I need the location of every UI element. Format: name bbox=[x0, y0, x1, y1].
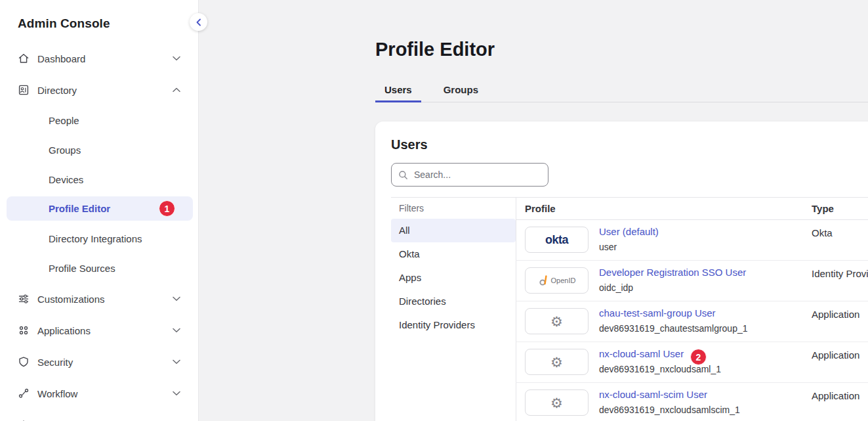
sidebar-item-label: Dashboard bbox=[37, 53, 85, 64]
profiles-table: Profile Type okta User (default) user Ok… bbox=[516, 197, 868, 421]
sidebar-item-applications[interactable]: Applications bbox=[0, 320, 198, 341]
sidebar: Admin Console Dashboard Directory People… bbox=[0, 0, 199, 421]
table-header: Profile Type bbox=[516, 197, 868, 220]
id-badge-icon bbox=[18, 84, 30, 96]
okta-logo-text: okta bbox=[545, 233, 568, 247]
profile-sub-label: dev86931619_chautestsamlgroup_1 bbox=[599, 323, 748, 334]
gear-icon: ⚙ bbox=[550, 315, 563, 328]
tab-groups[interactable]: Groups bbox=[434, 81, 487, 102]
table-row: ⚙ chau-test-saml-group User dev86931619_… bbox=[516, 301, 868, 342]
sidebar-item-devices[interactable]: Devices bbox=[0, 169, 198, 190]
admin-console-app: Admin Console Dashboard Directory People… bbox=[0, 0, 868, 421]
app-title: Admin Console bbox=[18, 16, 110, 31]
table-row: okta User (default) user Okta bbox=[516, 220, 868, 261]
card-title: Users bbox=[391, 137, 428, 152]
sidebar-item-directory[interactable]: Directory bbox=[0, 79, 198, 100]
search-input[interactable] bbox=[413, 169, 541, 181]
reports-icon bbox=[18, 418, 30, 421]
sidebar-item-security[interactable]: Security bbox=[0, 351, 198, 372]
filters-panel: Filters All Okta Apps Directories Identi… bbox=[391, 198, 516, 337]
chevron-down-icon bbox=[173, 359, 180, 365]
sidebar-item-people[interactable]: People bbox=[0, 110, 198, 131]
sidebar-item-dashboard[interactable]: Dashboard bbox=[0, 48, 198, 69]
filter-directories[interactable]: Directories bbox=[391, 290, 516, 313]
grid-icon bbox=[18, 324, 30, 336]
sidebar-item-partial[interactable] bbox=[0, 414, 198, 421]
app-logo: ⚙ bbox=[525, 349, 589, 375]
gear-icon: ⚙ bbox=[550, 396, 563, 410]
profile-type: Application bbox=[812, 390, 859, 401]
okta-logo: okta bbox=[525, 227, 589, 253]
sidebar-subitem-label: Profile Editor bbox=[49, 203, 110, 214]
openid-logo-text: OpenID bbox=[551, 277, 576, 284]
sidebar-item-groups[interactable]: Groups bbox=[0, 139, 198, 160]
search-box bbox=[391, 163, 548, 187]
workflow-icon bbox=[18, 388, 30, 399]
gear-icon: ⚙ bbox=[550, 355, 563, 369]
shield-icon bbox=[18, 356, 30, 368]
profile-link-nx-cloud-saml-user[interactable]: nx-cloud-saml User bbox=[599, 348, 684, 359]
profile-type: Okta bbox=[812, 227, 833, 238]
profile-sub-label: user bbox=[599, 242, 617, 252]
tab-users[interactable]: Users bbox=[375, 81, 421, 102]
sidebar-subitem-label: Devices bbox=[49, 174, 83, 185]
sidebar-item-profile-sources[interactable]: Profile Sources bbox=[0, 257, 198, 278]
column-header-type: Type bbox=[812, 203, 834, 214]
chevron-down-icon bbox=[173, 56, 180, 61]
table-row: ⚙ nx-cloud-saml-scim User dev86931619_nx… bbox=[516, 383, 868, 421]
sidebar-subitem-label: Directory Integrations bbox=[49, 233, 142, 244]
table-row: OpenID Developer Registration SSO User o… bbox=[516, 261, 868, 301]
profile-sub-label: dev86931619_nxcloudsamlscim_1 bbox=[599, 405, 740, 415]
app-logo: ⚙ bbox=[525, 389, 589, 416]
tab-bar: Users Groups bbox=[375, 81, 868, 102]
app-logo: ⚙ bbox=[525, 308, 589, 334]
sidebar-subitem-label: People bbox=[49, 115, 79, 126]
annotation-badge-2: 2 bbox=[690, 349, 707, 365]
home-icon bbox=[18, 53, 30, 64]
filter-identity-providers[interactable]: Identity Providers bbox=[391, 313, 516, 337]
sidebar-subitem-label: Profile Sources bbox=[49, 263, 115, 274]
chevron-down-icon bbox=[173, 296, 180, 301]
profile-link-developer-registration-sso-user[interactable]: Developer Registration SSO User bbox=[599, 267, 746, 278]
table-row: ⚙ nx-cloud-saml User 2 dev86931619_nxclo… bbox=[516, 342, 868, 383]
collapse-sidebar-button[interactable] bbox=[190, 13, 207, 31]
annotation-badge-1: 1 bbox=[159, 200, 175, 217]
profile-sub-label: oidc_idp bbox=[599, 282, 633, 293]
sidebar-item-directory-integrations[interactable]: Directory Integrations bbox=[0, 228, 198, 249]
sidebar-subitem-label: Groups bbox=[49, 144, 81, 156]
users-card: Users Filters All Okta Apps Directories … bbox=[375, 122, 868, 421]
chevron-down-icon bbox=[173, 391, 180, 396]
profile-type: Application bbox=[812, 349, 859, 361]
sliders-icon bbox=[18, 293, 30, 305]
sidebar-item-workflow[interactable]: Workflow bbox=[0, 383, 198, 404]
profile-type: Identity Provider bbox=[812, 268, 868, 279]
profile-link-nx-cloud-saml-scim-user[interactable]: nx-cloud-saml-scim User bbox=[599, 389, 707, 400]
filter-all[interactable]: All bbox=[391, 219, 516, 242]
filters-header: Filters bbox=[391, 198, 516, 219]
filter-okta[interactable]: Okta bbox=[391, 242, 516, 266]
sidebar-item-label: Customizations bbox=[37, 294, 105, 305]
chevron-up-icon bbox=[173, 87, 180, 93]
page-title: Profile Editor bbox=[375, 39, 495, 60]
filter-apps[interactable]: Apps bbox=[391, 266, 516, 290]
sidebar-item-label: Directory bbox=[37, 85, 77, 96]
openid-logo: OpenID bbox=[525, 267, 589, 294]
profile-sub-label: dev86931619_nxcloudsaml_1 bbox=[599, 364, 721, 374]
sidebar-item-label: Workflow bbox=[37, 388, 77, 399]
sidebar-item-label: Security bbox=[37, 357, 73, 368]
sidebar-item-profile-editor[interactable]: Profile Editor 1 bbox=[7, 196, 193, 221]
chevron-down-icon bbox=[173, 328, 180, 333]
profile-link-user-default[interactable]: User (default) bbox=[599, 226, 659, 237]
profile-type: Application bbox=[812, 309, 859, 320]
profile-link-chau-test-saml-group-user[interactable]: chau-test-saml-group User bbox=[599, 307, 716, 319]
chevron-left-icon bbox=[196, 18, 201, 26]
column-header-profile: Profile bbox=[525, 203, 556, 214]
openid-icon bbox=[538, 275, 548, 286]
sidebar-item-label: Applications bbox=[37, 325, 91, 336]
sidebar-item-customizations[interactable]: Customizations bbox=[0, 288, 198, 309]
search-icon bbox=[398, 170, 408, 180]
